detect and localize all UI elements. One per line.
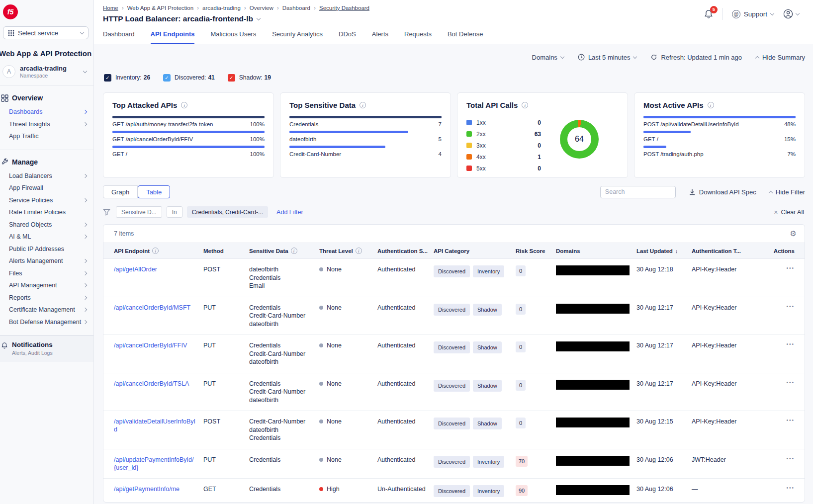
f5-logo[interactable]: f5 <box>3 4 18 19</box>
tab-api-endpoints[interactable]: API Endpoints <box>151 30 195 44</box>
tab-alerts[interactable]: Alerts <box>372 30 388 44</box>
column-header-authentication-t-[interactable]: Authentication T... <box>692 248 754 254</box>
donut-legend: 1xx02xx633xx04xx15xx0 <box>466 116 560 174</box>
column-header-threat-level[interactable]: Threat Leveli <box>319 248 377 254</box>
column-header-domains[interactable]: Domains <box>556 248 636 254</box>
column-header-authentication-s-[interactable]: Authentication S... <box>377 248 434 254</box>
namespace-selector[interactable]: A arcadia-trading Namespace <box>2 65 90 79</box>
column-header-api-endpoint[interactable]: API Endpointi <box>114 248 203 254</box>
row-actions-button[interactable]: ••• <box>754 341 797 347</box>
sidebar-item-shared-objects[interactable]: Shared Objects <box>0 219 93 231</box>
sidebar-item-public-ip-addresses[interactable]: Public IP Addresses <box>0 243 93 255</box>
bar-label-row: Credit-Card-Number4 <box>289 151 442 157</box>
sidebar-item-dashboards[interactable]: Dashboards <box>0 106 93 118</box>
endpoint-link[interactable]: /api/updatePaymentInfoById/{user_id} <box>114 456 203 472</box>
column-header-api-category[interactable]: API Category <box>434 248 516 254</box>
refresh-button[interactable]: Refresh: Updated 1 min ago <box>650 54 742 61</box>
sidebar-item-certificate-management[interactable]: Certificate Management <box>0 304 93 316</box>
sidebar-item-app-traffic[interactable]: App Traffic <box>0 130 93 143</box>
filter-checkbox-shadow[interactable]: ✓Shadow:19 <box>228 74 271 82</box>
row-actions-button[interactable]: ••• <box>754 485 797 491</box>
breadcrumb-item[interactable]: Dashboard <box>282 5 310 11</box>
breadcrumb-item[interactable]: Web App & API Protection <box>127 5 193 11</box>
bar-label: GET /api/auth/money-transfer/2fa-token <box>112 121 213 127</box>
info-icon[interactable]: i <box>356 248 362 254</box>
column-header-sensitive-data[interactable]: Sensitive Datai <box>249 248 319 254</box>
sidebar-item-threat-insights[interactable]: Threat Insights <box>0 118 93 131</box>
support-menu[interactable]: @ Support <box>732 10 774 18</box>
breadcrumb-item[interactable]: arcadia-trading <box>202 5 241 11</box>
endpoint-link[interactable]: /api/cancelOrderById/MSFT <box>114 304 203 312</box>
add-filter-button[interactable]: Add Filter <box>276 209 303 216</box>
info-icon[interactable]: i <box>291 248 297 254</box>
filter-checkbox-inventory[interactable]: ✓Inventory:26 <box>104 74 150 82</box>
sensitive-data-item: dateofbirth <box>249 396 313 404</box>
tab-malicious-users[interactable]: Malicious Users <box>210 30 256 44</box>
column-header-actions[interactable]: Actions <box>754 248 797 254</box>
sensitive-data-item: Credentials <box>249 485 313 493</box>
endpoint-link[interactable]: /api/validateDetailUserInfoById <box>114 418 203 433</box>
row-actions-button[interactable]: ••• <box>754 456 797 461</box>
endpoint-link[interactable]: /api/cancelOrderById/FFIV <box>114 341 203 349</box>
sidebar-item-api-management[interactable]: API Management <box>0 279 93 292</box>
sidebar-item-service-policies[interactable]: Service Policies <box>0 194 93 207</box>
graph-view-button[interactable]: Graph <box>103 185 138 198</box>
sidebar-item-ai-ml[interactable]: AI & ML <box>0 231 93 243</box>
row-actions-button[interactable]: ••• <box>754 265 797 271</box>
sidebar-item-load-balancers[interactable]: Load Balancers <box>0 170 93 182</box>
hide-filter-button[interactable]: Hide Filter <box>769 188 805 196</box>
chevron-down-icon[interactable] <box>257 16 261 20</box>
row-actions-button[interactable]: ••• <box>754 418 797 423</box>
info-icon[interactable]: i <box>152 248 159 254</box>
sort-descending-icon[interactable]: ↓ <box>675 248 678 254</box>
tab-dashboard[interactable]: Dashboard <box>103 30 135 44</box>
column-header-method[interactable]: Method <box>203 248 249 254</box>
column-header-risk-score[interactable]: Risk Score <box>516 248 556 254</box>
time-range-dropdown[interactable]: Last 5 minutes <box>578 54 637 61</box>
select-service-dropdown[interactable]: Select service <box>3 26 89 39</box>
filter-field-chip[interactable]: Sensitive D... <box>116 206 162 218</box>
clear-all-button[interactable]: × Clear All <box>774 208 805 216</box>
info-icon[interactable]: i <box>181 102 187 108</box>
sidebar-item-reports[interactable]: Reports <box>0 292 93 304</box>
sidebar-item-app-firewall[interactable]: App Firewall <box>0 182 93 194</box>
api-category-cell: DiscoveredShadow <box>434 304 516 316</box>
info-icon[interactable]: i <box>708 102 714 108</box>
sidebar-item-rate-limiter-policies[interactable]: Rate Limiter Policies <box>0 206 93 219</box>
tab-ddos[interactable]: DDoS <box>339 30 356 44</box>
endpoint-link[interactable]: /api/cancelOrderById/TSLA <box>114 380 203 388</box>
info-icon[interactable]: i <box>360 102 366 108</box>
notifications-bell-button[interactable]: 5 <box>704 9 714 19</box>
column-header-last-updated[interactable]: Last Updated↓ <box>636 248 692 254</box>
search-input[interactable] <box>600 186 676 198</box>
sidebar-item-alerts-management[interactable]: Alerts Management <box>0 255 93 267</box>
sidebar-notifications[interactable]: Notifications Alerts, Audit Logs <box>0 336 93 362</box>
breadcrumb-item[interactable]: Security Dashboard <box>319 5 369 11</box>
tab-security-analytics[interactable]: Security Analytics <box>272 30 323 44</box>
filter-value-chip[interactable]: Credentials, Credit-Card-... <box>187 206 268 218</box>
domains-dropdown[interactable]: Domains <box>532 54 564 61</box>
breadcrumb-item[interactable]: Home <box>103 5 118 11</box>
endpoint-link[interactable]: /api/getPaymentInfo/me <box>114 485 203 493</box>
filter-operator-chip[interactable]: In <box>167 206 182 218</box>
bar-label: POST /api/validateDetailUserInfoById <box>643 121 739 127</box>
download-api-spec-button[interactable]: Download API Spec <box>689 188 756 196</box>
account-menu[interactable] <box>783 8 799 19</box>
filter-checkbox-discovered[interactable]: ✓Discovered:41 <box>163 74 215 82</box>
api-category-cell: DiscoveredInventory <box>434 485 516 497</box>
hide-summary-button[interactable]: Hide Summary <box>756 54 805 61</box>
sensitive-data-item: Credentials <box>249 434 313 442</box>
product-title: Web App & API Protection <box>0 49 93 58</box>
tab-bot-defense[interactable]: Bot Defense <box>448 30 483 44</box>
sidebar-item-files[interactable]: Files <box>0 267 93 280</box>
row-actions-button[interactable]: ••• <box>754 304 797 309</box>
gear-icon[interactable]: ⚙ <box>790 229 797 238</box>
checkbox-checked-icon: ✓ <box>104 74 111 82</box>
tab-requests[interactable]: Requests <box>404 30 432 44</box>
breadcrumb-item[interactable]: Overview <box>250 5 273 11</box>
row-actions-button[interactable]: ••• <box>754 380 797 385</box>
endpoint-link[interactable]: /api/getAllOrder <box>114 265 203 273</box>
info-icon[interactable]: i <box>522 102 528 108</box>
table-view-button[interactable]: Table <box>138 185 170 198</box>
sidebar-item-bot-defense-management[interactable]: Bot Defense Management <box>0 316 93 329</box>
